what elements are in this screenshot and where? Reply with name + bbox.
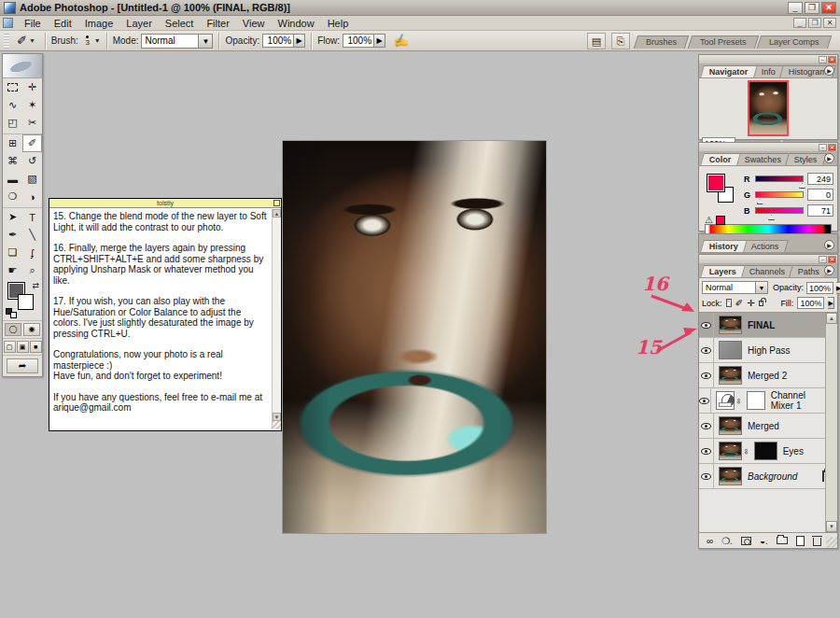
minimize-icon[interactable]: –: [819, 144, 827, 151]
flow-input[interactable]: 100%: [343, 34, 374, 48]
scroll-down-icon[interactable]: ▼: [826, 521, 837, 532]
note-window[interactable]: tolstiy 15. Change the blend mode of the…: [49, 198, 282, 431]
layer-row-high-pass[interactable]: High Pass: [699, 338, 837, 363]
menu-file[interactable]: File: [18, 17, 48, 30]
brush-tool[interactable]: ✐: [22, 134, 42, 152]
toolbox-header[interactable]: [3, 54, 42, 78]
mode-select[interactable]: Normal ▼: [141, 34, 213, 49]
note-resize-grip[interactable]: [273, 421, 281, 429]
note-titlebar[interactable]: tolstiy: [49, 199, 281, 208]
new-layer-icon[interactable]: [796, 536, 805, 546]
layers-palette-titlebar[interactable]: – ✕: [699, 255, 837, 264]
doc-restore-button[interactable]: ❐: [808, 18, 821, 28]
visibility-toggle[interactable]: [699, 439, 714, 463]
quick-mask-mode-button[interactable]: ◉: [23, 323, 40, 336]
rectangular-marquee-tool[interactable]: [3, 78, 22, 96]
pen-tool[interactable]: ✒: [3, 226, 22, 244]
color-palette-titlebar[interactable]: – ✕: [699, 143, 837, 152]
visibility-toggle[interactable]: [699, 313, 714, 337]
tab-actions[interactable]: Actions: [742, 240, 788, 252]
flow-slider-arrow[interactable]: ▶: [374, 34, 385, 48]
palette-menu-icon[interactable]: ▶: [824, 153, 834, 163]
note-text[interactable]: 15. Change the blend mode of the new lay…: [51, 209, 271, 428]
standard-screen-button[interactable]: ▢: [4, 341, 16, 353]
visibility-toggle[interactable]: [699, 388, 711, 413]
menu-layer[interactable]: Layer: [119, 17, 159, 30]
layer-thumbnail[interactable]: [719, 416, 742, 435]
default-colors-icon[interactable]: [6, 308, 17, 318]
close-icon[interactable]: ✕: [828, 56, 836, 63]
layer-row-background[interactable]: Background: [699, 464, 837, 489]
brush-picker-arrow[interactable]: ▼: [94, 37, 101, 44]
tab-styles[interactable]: Styles: [785, 153, 826, 165]
layer-mask-thumbnail[interactable]: [747, 391, 765, 410]
standard-mode-button[interactable]: ◯: [5, 323, 21, 336]
fullscreen-button[interactable]: ■: [30, 341, 42, 353]
menu-select[interactable]: Select: [159, 17, 201, 30]
visibility-toggle[interactable]: [699, 338, 714, 362]
type-tool[interactable]: T: [22, 208, 42, 226]
adjustment-layer-icon[interactable]: ◒.: [760, 536, 768, 546]
layer-row-eyes[interactable]: ∞ Eyes: [699, 439, 837, 464]
zoom-tool[interactable]: ⌕: [22, 261, 42, 279]
gamut-warning-icon[interactable]: ⚠: [705, 215, 713, 225]
lock-pixels-icon[interactable]: ✐: [735, 298, 743, 308]
close-button[interactable]: ✕: [821, 2, 836, 14]
layer-thumbnail[interactable]: [719, 316, 742, 334]
note-close-icon[interactable]: [273, 200, 280, 206]
mask-link-icon[interactable]: ∞: [742, 448, 750, 454]
scroll-down-icon[interactable]: ▼: [273, 413, 281, 421]
lock-position-icon[interactable]: ✛: [747, 298, 754, 308]
tab-history[interactable]: History: [700, 240, 748, 252]
red-value[interactable]: 249: [807, 173, 833, 185]
blend-mode-select[interactable]: Normal ▼: [702, 281, 768, 294]
note-scrollbar[interactable]: ▲ ▼: [272, 209, 280, 429]
link-layers-icon[interactable]: ∞: [707, 536, 713, 546]
opacity-slider-arrow[interactable]: ▶: [294, 34, 305, 48]
layers-opacity-input[interactable]: 100%: [806, 282, 833, 294]
jump-to-imageready-button[interactable]: ➦: [7, 358, 38, 373]
menu-window[interactable]: Window: [272, 17, 321, 30]
scroll-up-icon[interactable]: ▲: [826, 313, 837, 324]
blue-value[interactable]: 71: [807, 204, 833, 217]
tab-layer-comps[interactable]: Layer Comps: [757, 35, 832, 49]
red-slider[interactable]: [755, 176, 804, 182]
lock-all-icon[interactable]: [759, 301, 764, 306]
fill-slider-arrow[interactable]: ▶: [828, 297, 834, 309]
path-selection-tool[interactable]: ➤: [3, 208, 22, 226]
layer-style-icon[interactable]: ❍.: [721, 536, 733, 546]
tab-color[interactable]: Color: [700, 153, 740, 165]
options-grip[interactable]: [4, 34, 9, 49]
blur-tool[interactable]: ❍: [3, 188, 22, 205]
opacity-slider-arrow[interactable]: ▶: [836, 282, 840, 294]
tab-layers[interactable]: Layers: [700, 265, 746, 277]
hand-tool[interactable]: ☛: [3, 261, 22, 279]
layer-thumbnail[interactable]: [719, 467, 742, 485]
close-icon[interactable]: ✕: [828, 144, 836, 151]
toggle-palette-well-button[interactable]: ⎘: [611, 33, 630, 49]
fullscreen-menubar-button[interactable]: ▣: [17, 341, 29, 353]
notes-tool[interactable]: ❏: [3, 244, 22, 261]
new-group-icon[interactable]: [777, 537, 788, 544]
airbrush-toggle-icon[interactable]: ✍: [392, 33, 410, 49]
eyedropper-tool[interactable]: ʄ: [22, 244, 42, 261]
layer-row-merged[interactable]: Merged: [699, 414, 837, 439]
tab-paths[interactable]: Paths: [789, 265, 829, 277]
background-color-swatch[interactable]: [18, 294, 34, 310]
opacity-input[interactable]: 100%: [262, 34, 294, 48]
layer-mask-thumbnail[interactable]: [754, 442, 777, 460]
visibility-toggle[interactable]: [699, 414, 714, 438]
layer-row-channel-mixer[interactable]: ∞ Channel Mixer 1: [699, 388, 837, 414]
menu-image[interactable]: Image: [78, 17, 120, 30]
file-browser-button[interactable]: ▤: [587, 33, 606, 49]
brush-preview[interactable]: 3: [81, 34, 94, 49]
add-layer-mask-icon[interactable]: [741, 537, 751, 545]
magic-wand-tool[interactable]: ✶: [22, 96, 42, 114]
delete-layer-icon[interactable]: [813, 538, 821, 546]
crop-tool[interactable]: ◰: [3, 114, 22, 132]
layer-thumbnail[interactable]: [719, 341, 742, 359]
blue-slider[interactable]: [755, 207, 804, 214]
swap-colors-icon[interactable]: ⇄: [32, 281, 39, 290]
layer-row-merged-2[interactable]: Merged 2: [699, 363, 837, 388]
slice-tool[interactable]: ✂: [22, 114, 42, 132]
